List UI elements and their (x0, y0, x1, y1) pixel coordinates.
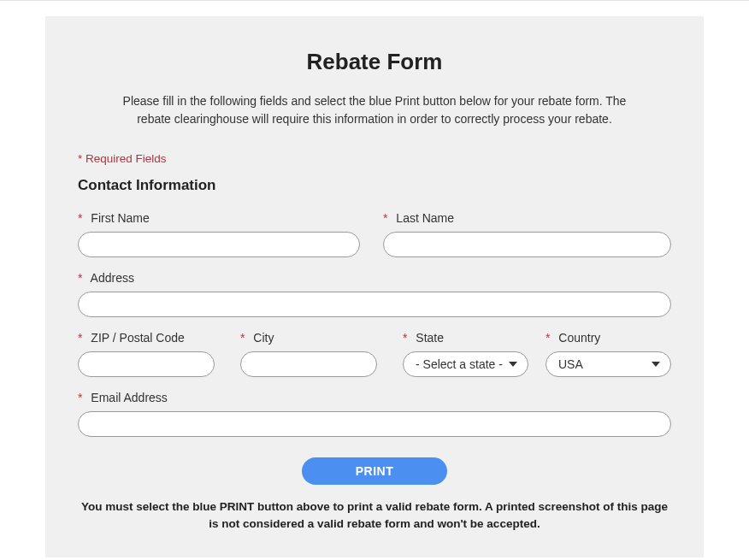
city-field: * City (240, 331, 386, 377)
asterisk-icon: * (78, 391, 82, 404)
country-select[interactable]: USA (546, 351, 671, 377)
asterisk-icon: * (78, 211, 82, 225)
address-label: Address (91, 271, 134, 285)
address-field: * Address (78, 271, 671, 317)
first-name-field: * First Name (78, 211, 366, 257)
footer-note: You must select the blue PRINT button ab… (78, 498, 671, 532)
rebate-form-card: Rebate Form Please fill in the following… (45, 16, 704, 557)
state-select[interactable]: - Select a state - (403, 351, 528, 377)
print-button[interactable]: PRINT (302, 457, 447, 485)
page-title: Rebate Form (78, 49, 671, 75)
asterisk-icon: * (78, 331, 82, 345)
zip-label: ZIP / Postal Code (91, 331, 184, 345)
asterisk-icon: * (546, 331, 550, 345)
email-field: * Email Address (78, 391, 671, 437)
required-fields-note: * Required Fields (78, 152, 671, 165)
asterisk-icon: * (78, 271, 82, 285)
asterisk-icon: * (383, 211, 387, 225)
zip-field: * ZIP / Postal Code (78, 331, 223, 377)
section-heading: Contact Information (78, 177, 671, 194)
city-label: City (253, 331, 274, 345)
city-input[interactable] (240, 351, 377, 377)
country-label: Country (558, 331, 600, 345)
asterisk-icon: * (240, 331, 245, 345)
zip-input[interactable] (78, 351, 215, 377)
intro-text: Please fill in the following fields and … (118, 92, 631, 128)
asterisk-icon: * (403, 331, 407, 345)
required-fields-label: Required Fields (86, 152, 167, 165)
state-label: State (416, 331, 444, 345)
country-field: * Country USA (546, 331, 671, 377)
state-field: * State - Select a state - (403, 331, 528, 377)
last-name-input[interactable] (383, 232, 671, 257)
email-label: Email Address (91, 391, 167, 404)
last-name-field: * Last Name (383, 211, 671, 257)
last-name-label: Last Name (396, 211, 454, 225)
first-name-label: First Name (91, 211, 149, 225)
asterisk-icon: * (78, 152, 82, 165)
address-input[interactable] (78, 292, 671, 317)
email-input[interactable] (78, 411, 671, 437)
first-name-input[interactable] (78, 232, 360, 257)
